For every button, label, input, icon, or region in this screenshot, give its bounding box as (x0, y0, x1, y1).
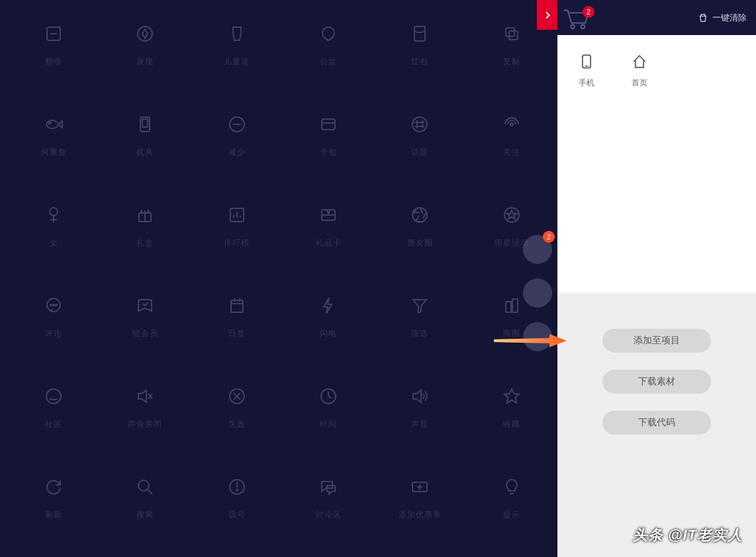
svg-point-13 (510, 123, 513, 126)
star-icon (501, 386, 522, 407)
clear-all-button[interactable]: 一键清除 (698, 12, 747, 24)
discuss-icon (318, 476, 339, 497)
grid-item-label: 添加优惠券 (399, 509, 442, 521)
float-button-1[interactable]: 2 (523, 235, 552, 264)
grid-item-riqian[interactable]: 日签 (191, 272, 283, 363)
grid-item-tanhao[interactable]: 叹号 (191, 453, 283, 544)
svg-point-22 (50, 304, 52, 306)
cart-badge: 2 (583, 6, 594, 18)
float-badge: 2 (543, 231, 555, 243)
svg-rect-11 (322, 119, 335, 130)
sidebar-header: 2 一键清除 (557, 0, 756, 35)
device-icon (134, 114, 156, 135)
grid-item-weixin[interactable]: 微信 (283, 544, 374, 557)
grid-item-shandian[interactable]: 闪电 (283, 272, 374, 363)
svg-point-12 (412, 117, 427, 132)
grid-item-sousuo[interactable]: 搜索 (99, 453, 191, 544)
grid-item-qinghuiyuan[interactable]: 轻会员 (99, 272, 191, 363)
grid-item-label: 声音关闭 (128, 419, 162, 430)
search-icon (134, 476, 156, 497)
hash-icon (409, 114, 430, 135)
grid-item-paihangbang[interactable]: 排行榜 (191, 181, 283, 272)
grid-item-weibo[interactable]: 微博 (8, 544, 99, 557)
grid-item-hechongyu[interactable]: 河重鱼 (8, 91, 99, 181)
grid-item-faxian[interactable]: 发现 (99, 0, 191, 91)
grid-item-label: 公益 (320, 56, 337, 67)
redpacket-icon (409, 23, 430, 44)
grid-item-guanzhu[interactable]: 关注 (466, 91, 557, 181)
svg-point-44 (581, 24, 585, 28)
grid-item-lipinka[interactable]: 礼品卡 (283, 181, 374, 272)
grid-item-jiju[interactable]: 机具 (99, 91, 191, 181)
grid-item-hongbao[interactable]: 红包 (374, 0, 465, 91)
grid-item-shengyin[interactable]: 声音 (374, 363, 465, 453)
grid-item-label: 日签 (228, 328, 246, 339)
grid-item-label: 讨论区 (316, 509, 342, 521)
grid-item-huati[interactable]: 话题 (374, 91, 465, 181)
grid-item-taolunqu[interactable]: 讨论区 (283, 453, 374, 544)
female-icon (43, 204, 64, 226)
grid-item-ertongzhuang[interactable]: 儿童装 (191, 0, 283, 91)
grid-item-shixiao[interactable]: 失效 (191, 363, 283, 453)
download-code-button[interactable]: 下载代码 (602, 411, 711, 435)
grid-item-tianjiayouhuiquan[interactable]: 添加优惠券 (374, 453, 465, 544)
cart-item-phone[interactable]: 手机 (569, 52, 604, 89)
grid-item-shequ[interactable]: 社区 (8, 363, 99, 453)
add-to-project-button[interactable]: 添加至项目 (602, 329, 711, 353)
grid-item-xiami[interactable]: 虾米 (466, 544, 557, 557)
broom-icon (698, 13, 708, 23)
float-button-2[interactable] (523, 278, 552, 308)
collapse-sidebar-button[interactable] (537, 0, 557, 30)
grid-item-label: 复制 (503, 56, 520, 67)
charity-icon (318, 23, 339, 44)
grid-item-kabao[interactable]: 卡包 (283, 91, 374, 181)
grid-item-shengyinguanbi[interactable]: 声音关闭 (99, 363, 191, 453)
home-icon (630, 52, 649, 71)
grid-item-label: 儿童装 (224, 56, 250, 67)
grid-item-jianshao[interactable]: 减少 (191, 91, 283, 181)
bolt-icon (318, 295, 339, 316)
discover-icon (134, 23, 156, 44)
giftcard-icon (318, 204, 339, 226)
grid-item-gongyi[interactable]: 公益 (283, 0, 374, 91)
svg-point-24 (56, 304, 57, 306)
svg-rect-25 (231, 300, 243, 312)
grid-item-label: 关注 (503, 147, 520, 158)
gift-icon (134, 204, 156, 226)
svg-marker-46 (494, 334, 567, 347)
copy-icon (501, 23, 522, 44)
grid-item-label: 发现 (136, 56, 154, 67)
svg-point-30 (138, 480, 149, 491)
grid-item-shijian[interactable]: 时间 (283, 363, 374, 453)
chart-icon (226, 204, 248, 226)
grid-item-wode[interactable]: 我的 (191, 544, 283, 557)
fish-icon (43, 114, 64, 135)
buildings-icon (501, 295, 522, 316)
svg-marker-20 (507, 210, 516, 219)
grid-item-wodeguanzhu[interactable]: 我的关注 (374, 544, 465, 557)
grid-item-label: 朋友圈 (407, 237, 433, 249)
grid-item-label: 轻会员 (132, 328, 158, 339)
clear-all-label: 一键清除 (712, 12, 747, 24)
cart-indicator[interactable]: 2 (560, 5, 591, 31)
svg-rect-9 (142, 119, 148, 127)
grid-item-tishi[interactable]: 提示 (466, 453, 557, 544)
grid-item-shaixuan[interactable]: 筛选 (374, 272, 465, 363)
grid-item-pinglun[interactable]: 评论 (8, 272, 99, 363)
download-asset-button[interactable]: 下载素材 (602, 370, 711, 394)
addcoupon-icon (409, 476, 430, 497)
grid-item-fanbei[interactable]: 翻倍 (8, 0, 99, 91)
bulb-icon (501, 476, 522, 497)
grid-item-label: 河重鱼 (41, 147, 67, 158)
grid-item-lihe[interactable]: 礼盒 (99, 181, 191, 272)
minus-icon (226, 114, 248, 135)
grid-item-pengyouquan[interactable]: 朋友圈 (374, 181, 465, 272)
grid-item-nv[interactable]: 女 (8, 181, 99, 272)
grid-item-shoucang[interactable]: 收藏 (466, 363, 557, 453)
starbadge-icon (501, 204, 522, 226)
svg-rect-5 (509, 31, 518, 40)
grid-item-wenjuan[interactable]: 问卷 (99, 544, 191, 557)
cart-item-home[interactable]: 首页 (622, 52, 657, 89)
grid-item-shuaxin[interactable]: 刷新 (8, 453, 99, 544)
svg-point-6 (46, 120, 58, 128)
